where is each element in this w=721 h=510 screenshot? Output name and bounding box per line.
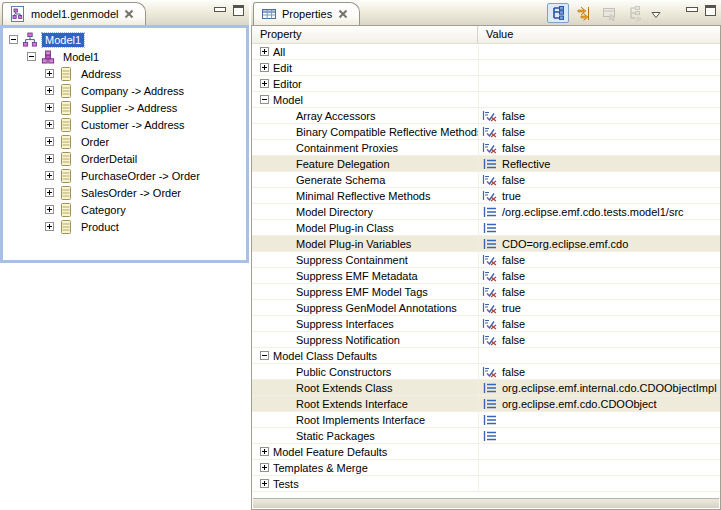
tree-item-label[interactable]: SalesOrder -> Order: [78, 186, 184, 200]
property-value-cell[interactable]: [478, 428, 720, 443]
restore-default-value-button[interactable]: [599, 3, 621, 23]
property-row[interactable]: Model Plug-in VariablesCDO=org.eclipse.e…: [252, 236, 720, 252]
property-name-cell[interactable]: Root Extends Interface: [252, 396, 478, 411]
property-name-cell[interactable]: All: [252, 44, 478, 59]
property-name-cell[interactable]: Suppress Interfaces: [252, 316, 478, 331]
property-value-cell[interactable]: org.eclipse.emf.internal.cdo.CDOObjectIm…: [478, 380, 720, 395]
tree-row[interactable]: Model1: [5, 31, 246, 48]
property-name-cell[interactable]: Feature Delegation: [252, 156, 478, 171]
property-name-cell[interactable]: Generate Schema: [252, 172, 478, 187]
tree-row[interactable]: Model1: [5, 48, 246, 65]
property-name-cell[interactable]: Templates & Merge: [252, 460, 478, 475]
property-row[interactable]: Minimal Reflective Methodstrue: [252, 188, 720, 204]
property-name-cell[interactable]: Static Packages: [252, 428, 478, 443]
property-name-cell[interactable]: Root Extends Class: [252, 380, 478, 395]
expander-minus-icon[interactable]: [260, 95, 269, 104]
tree-row[interactable]: OrderDetail: [5, 150, 246, 167]
property-row[interactable]: Model Feature Defaults: [252, 444, 720, 460]
tree-row[interactable]: Order: [5, 133, 246, 150]
property-row[interactable]: Suppress EMF Model Tagsfalse: [252, 284, 720, 300]
expander-plus-icon[interactable]: [45, 188, 54, 197]
expander-plus-icon[interactable]: [260, 479, 269, 488]
property-row[interactable]: Root Implements Interface: [252, 412, 720, 428]
horizontal-scrollbar[interactable]: [253, 498, 719, 508]
tree-item-label[interactable]: Model1: [60, 50, 102, 64]
property-row[interactable]: Editor: [252, 76, 720, 92]
property-name-cell[interactable]: Minimal Reflective Methods: [252, 188, 478, 203]
property-name-cell[interactable]: Model Class Defaults: [252, 348, 478, 363]
editor-minimize-button[interactable]: [214, 6, 225, 15]
column-header-property[interactable]: Property: [252, 26, 478, 43]
property-value-cell[interactable]: [478, 92, 720, 107]
property-name-cell[interactable]: Containment Proxies: [252, 140, 478, 155]
property-name-cell[interactable]: Binary Compatible Reflective Methods: [252, 124, 478, 139]
property-row[interactable]: Suppress Notificationfalse: [252, 332, 720, 348]
property-row[interactable]: Model Directory/org.eclipse.emf.cdo.test…: [252, 204, 720, 220]
tree-mode-button[interactable]: [547, 3, 569, 23]
tree-item-label[interactable]: Customer -> Address: [78, 118, 188, 132]
property-row[interactable]: Array Accessorsfalse: [252, 108, 720, 124]
property-row[interactable]: Public Constructorsfalse: [252, 364, 720, 380]
tree-item-label[interactable]: Supplier -> Address: [78, 101, 180, 115]
property-row[interactable]: Containment Proxiesfalse: [252, 140, 720, 156]
properties-maximize-button[interactable]: [705, 5, 716, 16]
property-row[interactable]: Suppress EMF Metadatafalse: [252, 268, 720, 284]
property-row[interactable]: Tests: [252, 476, 720, 492]
tree-item-label[interactable]: Order: [78, 135, 112, 149]
expander-plus-icon[interactable]: [45, 137, 54, 146]
property-value-cell[interactable]: true: [478, 300, 720, 315]
property-name-cell[interactable]: Suppress EMF Model Tags: [252, 284, 478, 299]
expander-plus-icon[interactable]: [45, 205, 54, 214]
property-value-cell[interactable]: false: [478, 252, 720, 267]
property-row[interactable]: Generate Schemafalse: [252, 172, 720, 188]
expander-plus-icon[interactable]: [45, 86, 54, 95]
expander-plus-icon[interactable]: [260, 63, 269, 72]
expander-plus-icon[interactable]: [260, 79, 269, 88]
property-value-cell[interactable]: true: [478, 188, 720, 203]
tree-item-label[interactable]: PurchaseOrder -> Order: [78, 169, 203, 183]
tree-item-label[interactable]: Company -> Address: [78, 84, 187, 98]
property-row[interactable]: Model: [252, 92, 720, 108]
tree-row[interactable]: SalesOrder -> Order: [5, 184, 246, 201]
property-name-cell[interactable]: Public Constructors: [252, 364, 478, 379]
expander-plus-icon[interactable]: [45, 69, 54, 78]
column-header-value[interactable]: Value: [478, 26, 720, 43]
view-menu-button[interactable]: [651, 9, 661, 17]
property-name-cell[interactable]: Suppress Notification: [252, 332, 478, 347]
property-value-cell[interactable]: false: [478, 332, 720, 347]
tree-item-label[interactable]: Category: [78, 203, 129, 217]
property-value-cell[interactable]: /org.eclipse.emf.cdo.tests.model1/src: [478, 204, 720, 219]
property-value-cell[interactable]: CDO=org.eclipse.emf.cdo: [478, 236, 720, 251]
expander-plus-icon[interactable]: [45, 171, 54, 180]
tree-row[interactable]: Category: [5, 201, 246, 218]
expander-plus-icon[interactable]: [260, 463, 269, 472]
property-name-cell[interactable]: Suppress EMF Metadata: [252, 268, 478, 283]
property-value-cell[interactable]: false: [478, 268, 720, 283]
expander-plus-icon[interactable]: [45, 222, 54, 231]
tree-item-label[interactable]: Address: [78, 67, 124, 81]
property-value-cell[interactable]: [478, 412, 720, 427]
tree-row[interactable]: Supplier -> Address: [5, 99, 246, 116]
property-row[interactable]: Templates & Merge: [252, 460, 720, 476]
property-row[interactable]: Suppress GenModel Annotationstrue: [252, 300, 720, 316]
tree-item-label[interactable]: Product: [78, 220, 122, 234]
property-value-cell[interactable]: false: [478, 316, 720, 331]
property-row[interactable]: Suppress Containmentfalse: [252, 252, 720, 268]
property-row[interactable]: Root Extends Classorg.eclipse.emf.intern…: [252, 380, 720, 396]
tree-row[interactable]: Company -> Address: [5, 82, 246, 99]
expander-plus-icon[interactable]: [45, 154, 54, 163]
show-categories-button[interactable]: [625, 3, 647, 23]
property-value-cell[interactable]: false: [478, 364, 720, 379]
property-value-cell[interactable]: [478, 44, 720, 59]
property-row[interactable]: Feature DelegationReflective: [252, 156, 720, 172]
property-name-cell[interactable]: Array Accessors: [252, 108, 478, 123]
property-name-cell[interactable]: Suppress Containment: [252, 252, 478, 267]
tree-row[interactable]: Customer -> Address: [5, 116, 246, 133]
expander-minus-icon[interactable]: [260, 351, 269, 360]
tree-row[interactable]: Product: [5, 218, 246, 235]
property-value-cell[interactable]: [478, 76, 720, 91]
expander-plus-icon[interactable]: [260, 447, 269, 456]
property-row[interactable]: Binary Compatible Reflective Methodsfals…: [252, 124, 720, 140]
properties-tab-close-icon[interactable]: [337, 8, 349, 20]
property-value-cell[interactable]: false: [478, 284, 720, 299]
